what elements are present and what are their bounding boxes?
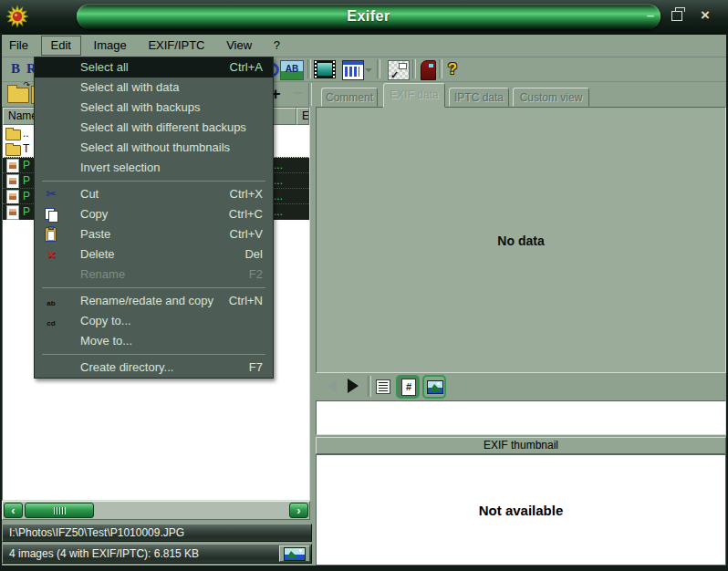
menu-item-copy-to[interactable]: Copy to... bbox=[35, 311, 273, 331]
image-file-icon bbox=[6, 174, 19, 189]
paste-icon bbox=[45, 227, 57, 242]
menu-item-cut[interactable]: ✂ Cut Ctrl+X bbox=[35, 184, 273, 204]
window-border bbox=[0, 33, 2, 571]
toolbar-separator bbox=[308, 83, 312, 106]
exif-preview: ... bbox=[274, 189, 283, 204]
next-image-icon[interactable] bbox=[348, 379, 359, 393]
menu-item-paste[interactable]: Paste Ctrl+V bbox=[35, 224, 273, 244]
nav-separator bbox=[368, 376, 371, 397]
tab-custom-view[interactable]: Custom view bbox=[513, 88, 589, 107]
filmstrip-icon[interactable] bbox=[314, 60, 336, 78]
image-file-icon bbox=[6, 205, 19, 220]
shortcut: Ctrl+A bbox=[230, 57, 263, 78]
menu-item-select-all-with-data[interactable]: Select all with data bbox=[35, 78, 273, 98]
status-path: I:\Photos\IFZ50\Test\P1010009.JPG bbox=[2, 524, 312, 542]
remove-button[interactable]: − bbox=[288, 84, 307, 104]
scrollbar-thumb[interactable] bbox=[25, 503, 94, 518]
bold-icon[interactable]: B bbox=[5, 59, 26, 78]
title-pill: Exifer bbox=[77, 4, 660, 29]
rename-ab-icon[interactable]: AB bbox=[280, 60, 304, 80]
minimize-button[interactable]: – bbox=[642, 7, 659, 24]
status-summary-text: 4 images (4 with EXIF/IPTC): 6.815 KB bbox=[9, 547, 199, 560]
exit-door-icon[interactable] bbox=[421, 60, 436, 80]
rename-redate-icon: ab cd bbox=[42, 291, 60, 311]
menu-separator bbox=[42, 354, 265, 355]
table-view-dropdown-icon[interactable] bbox=[365, 68, 372, 72]
menu-separator bbox=[42, 181, 265, 182]
status-summary: 4 images (4 with EXIF/IPTC): 6.815 KB bbox=[2, 544, 312, 564]
open-folder-icon[interactable] bbox=[7, 88, 29, 103]
scroll-left-icon[interactable]: ‹ bbox=[4, 503, 23, 518]
text-lines-icon bbox=[376, 379, 390, 394]
delete-icon: × bbox=[42, 244, 60, 265]
shortcut: Ctrl+C bbox=[229, 204, 263, 224]
menu-edit[interactable]: Edit bbox=[41, 36, 81, 56]
titlebar: Exifer – × bbox=[0, 0, 728, 35]
tab-exif-data[interactable]: EXIF data bbox=[383, 83, 445, 108]
image-file-icon bbox=[6, 159, 19, 173]
menu-item-create-directory[interactable]: Create directory... F7 bbox=[35, 358, 273, 378]
toolbar-separator bbox=[377, 59, 380, 78]
scroll-right-icon[interactable]: › bbox=[289, 503, 308, 518]
values-view-button[interactable]: # bbox=[396, 375, 420, 399]
app-icon bbox=[6, 5, 28, 27]
thumb-grip bbox=[54, 507, 66, 514]
tab-comment[interactable]: Comment bbox=[321, 88, 378, 107]
cut-icon: ✂ bbox=[42, 184, 60, 204]
exif-thumbnail-header: EXIF thumbnail bbox=[316, 437, 726, 454]
window-border bbox=[0, 566, 728, 571]
window-title: Exifer bbox=[77, 4, 660, 29]
menu-image[interactable]: Image bbox=[85, 36, 136, 56]
toolbar-separator bbox=[412, 59, 416, 78]
help-icon[interactable]: ? bbox=[445, 58, 460, 80]
restore-icon[interactable] bbox=[671, 11, 682, 21]
toolbar-separator bbox=[307, 59, 311, 78]
menu-item-select-all-with-different-backups[interactable]: Select all with different backups bbox=[35, 118, 273, 138]
menu-item-move-to[interactable]: Move to... bbox=[35, 331, 273, 351]
table-view-icon[interactable] bbox=[342, 60, 364, 80]
menu-item-invert-selection[interactable]: Invert selection bbox=[35, 158, 273, 178]
comment-strip bbox=[316, 400, 726, 435]
menu-exif-iptc[interactable]: EXIF/IPTC bbox=[139, 36, 213, 56]
hash-doc-icon: # bbox=[401, 379, 416, 396]
menu-item-copy[interactable]: Copy Ctrl+C bbox=[35, 204, 273, 224]
shortcut: F2 bbox=[249, 265, 263, 285]
close-button[interactable]: × bbox=[697, 5, 713, 26]
menu-item-delete[interactable]: × Delete Del bbox=[35, 244, 273, 265]
menu-item-select-all[interactable]: Select all Ctrl+A bbox=[35, 57, 273, 78]
text-view-button[interactable] bbox=[372, 376, 394, 398]
thumbnail-toggle-button[interactable] bbox=[279, 545, 310, 562]
options-checklist-icon[interactable] bbox=[388, 60, 410, 80]
shortcut: Ctrl+V bbox=[230, 224, 263, 244]
menu-item-rename: Rename F2 bbox=[35, 265, 273, 285]
thumbnail-not-available-message: Not available bbox=[317, 503, 725, 518]
folder-icon bbox=[5, 130, 21, 140]
image-icon bbox=[427, 380, 443, 394]
previous-image-icon[interactable] bbox=[327, 379, 337, 392]
image-view-button[interactable] bbox=[422, 375, 446, 399]
exifer-window: Exifer – × File Edit Image EXIF/IPTC Vie… bbox=[0, 0, 728, 571]
exif-data-panel: No data bbox=[316, 107, 726, 373]
menu-help[interactable]: ? bbox=[265, 36, 289, 56]
menu-file[interactable]: File bbox=[0, 36, 37, 56]
horizontal-scrollbar[interactable]: ‹ › bbox=[2, 501, 310, 520]
menu-item-select-all-without-thumbnails[interactable]: Select all without thumbnails bbox=[35, 138, 273, 158]
exif-thumbnail-panel: Not available bbox=[316, 454, 726, 566]
menubar: File Edit Image EXIF/IPTC View ? bbox=[0, 35, 728, 57]
menu-item-select-all-with-backups[interactable]: Select all with backups bbox=[35, 98, 273, 118]
shortcut: Del bbox=[244, 244, 263, 265]
menu-view[interactable]: View bbox=[217, 36, 261, 56]
tab-iptc-data[interactable]: IPTC data bbox=[449, 88, 509, 107]
menu-item-rename-redate-and-copy[interactable]: ab cd Rename/redate and copy Ctrl+N bbox=[35, 291, 273, 311]
toolbar-separator bbox=[439, 59, 442, 78]
image-icon bbox=[284, 547, 306, 561]
column-header-exif[interactable]: EXIF bbox=[296, 108, 309, 125]
edit-dropdown-menu: Select all Ctrl+A Select all with data S… bbox=[34, 57, 274, 379]
folder-icon bbox=[5, 145, 21, 156]
exif-preview: ... bbox=[274, 158, 283, 173]
exif-preview: ... bbox=[274, 173, 283, 189]
copy-icon bbox=[45, 208, 55, 220]
exif-preview: ... bbox=[274, 204, 283, 220]
image-file-icon bbox=[6, 190, 19, 204]
menu-separator bbox=[42, 287, 265, 288]
